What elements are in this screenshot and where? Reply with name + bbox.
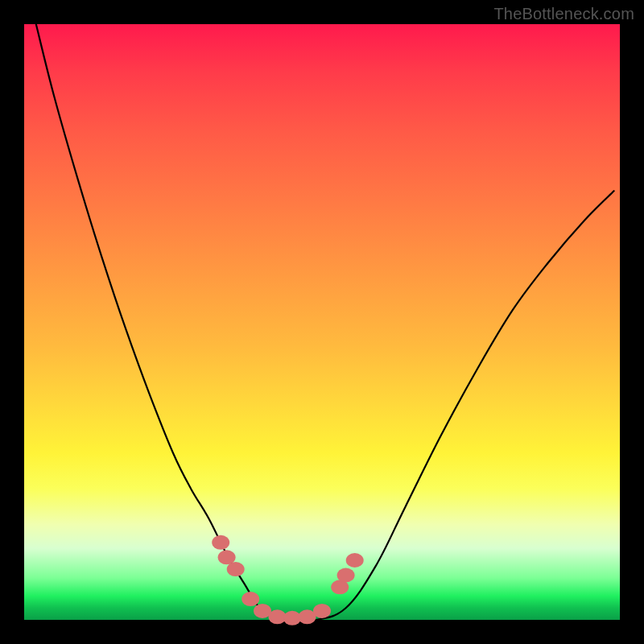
- plot-area: [24, 24, 620, 620]
- bottleneck-curve: [24, 24, 620, 620]
- marker-dot: [212, 535, 229, 550]
- marker-dot: [227, 562, 245, 576]
- curve-path: [36, 24, 614, 621]
- marker-dot: [313, 604, 331, 618]
- marker-dot: [337, 568, 355, 583]
- marker-dot: [346, 553, 364, 568]
- watermark-text: TheBottleneck.com: [493, 5, 634, 23]
- chart-frame: TheBottleneck.com: [0, 0, 644, 644]
- marker-dot: [242, 592, 259, 606]
